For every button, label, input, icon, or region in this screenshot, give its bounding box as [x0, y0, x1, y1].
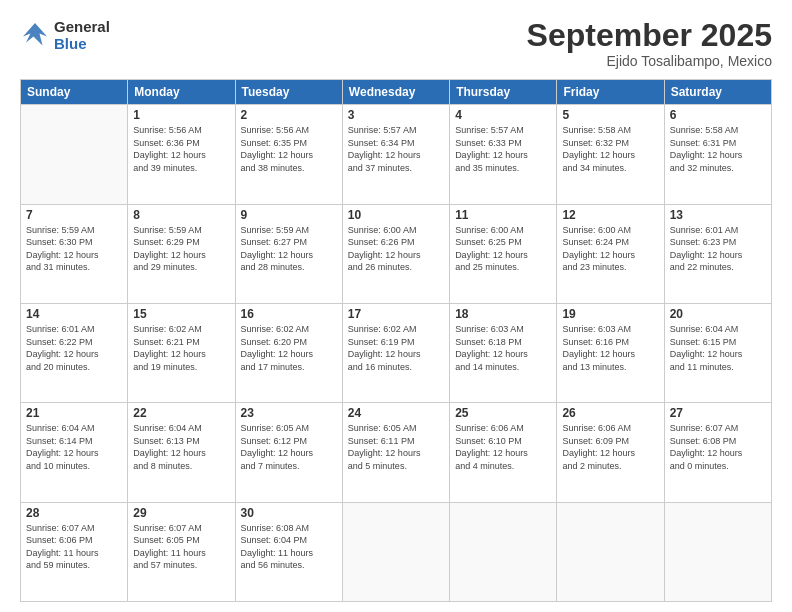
day-info: Sunrise: 6:07 AM Sunset: 6:06 PM Dayligh…: [26, 522, 122, 572]
day-number: 20: [670, 307, 766, 321]
calendar-table: SundayMondayTuesdayWednesdayThursdayFrid…: [20, 79, 772, 602]
day-info: Sunrise: 6:00 AM Sunset: 6:26 PM Dayligh…: [348, 224, 444, 274]
day-info: Sunrise: 5:59 AM Sunset: 6:30 PM Dayligh…: [26, 224, 122, 274]
page: General Blue September 2025 Ejido Tosali…: [0, 0, 792, 612]
calendar-week-0: 1Sunrise: 5:56 AM Sunset: 6:36 PM Daylig…: [21, 105, 772, 204]
weekday-header-friday: Friday: [557, 80, 664, 105]
day-info: Sunrise: 6:02 AM Sunset: 6:21 PM Dayligh…: [133, 323, 229, 373]
calendar-week-4: 28Sunrise: 6:07 AM Sunset: 6:06 PM Dayli…: [21, 502, 772, 601]
day-number: 25: [455, 406, 551, 420]
day-number: 26: [562, 406, 658, 420]
calendar-cell: [557, 502, 664, 601]
day-info: Sunrise: 5:57 AM Sunset: 6:34 PM Dayligh…: [348, 124, 444, 174]
day-info: Sunrise: 6:01 AM Sunset: 6:22 PM Dayligh…: [26, 323, 122, 373]
day-number: 23: [241, 406, 337, 420]
calendar-cell: 16Sunrise: 6:02 AM Sunset: 6:20 PM Dayli…: [235, 303, 342, 402]
calendar-cell: 26Sunrise: 6:06 AM Sunset: 6:09 PM Dayli…: [557, 403, 664, 502]
day-info: Sunrise: 6:00 AM Sunset: 6:24 PM Dayligh…: [562, 224, 658, 274]
calendar-cell: 8Sunrise: 5:59 AM Sunset: 6:29 PM Daylig…: [128, 204, 235, 303]
day-info: Sunrise: 5:58 AM Sunset: 6:32 PM Dayligh…: [562, 124, 658, 174]
day-info: Sunrise: 5:56 AM Sunset: 6:35 PM Dayligh…: [241, 124, 337, 174]
month-title: September 2025: [527, 18, 772, 53]
calendar-cell: 21Sunrise: 6:04 AM Sunset: 6:14 PM Dayli…: [21, 403, 128, 502]
calendar-cell: 6Sunrise: 5:58 AM Sunset: 6:31 PM Daylig…: [664, 105, 771, 204]
weekday-header-saturday: Saturday: [664, 80, 771, 105]
day-number: 16: [241, 307, 337, 321]
calendar-cell: 13Sunrise: 6:01 AM Sunset: 6:23 PM Dayli…: [664, 204, 771, 303]
calendar-cell: 2Sunrise: 5:56 AM Sunset: 6:35 PM Daylig…: [235, 105, 342, 204]
day-info: Sunrise: 6:04 AM Sunset: 6:14 PM Dayligh…: [26, 422, 122, 472]
day-number: 24: [348, 406, 444, 420]
day-number: 3: [348, 108, 444, 122]
day-info: Sunrise: 6:04 AM Sunset: 6:15 PM Dayligh…: [670, 323, 766, 373]
day-info: Sunrise: 6:05 AM Sunset: 6:11 PM Dayligh…: [348, 422, 444, 472]
day-number: 14: [26, 307, 122, 321]
calendar-cell: [450, 502, 557, 601]
day-number: 15: [133, 307, 229, 321]
calendar-cell: 20Sunrise: 6:04 AM Sunset: 6:15 PM Dayli…: [664, 303, 771, 402]
day-info: Sunrise: 5:56 AM Sunset: 6:36 PM Dayligh…: [133, 124, 229, 174]
day-info: Sunrise: 6:08 AM Sunset: 6:04 PM Dayligh…: [241, 522, 337, 572]
calendar-cell: 9Sunrise: 5:59 AM Sunset: 6:27 PM Daylig…: [235, 204, 342, 303]
calendar-cell: 22Sunrise: 6:04 AM Sunset: 6:13 PM Dayli…: [128, 403, 235, 502]
day-number: 10: [348, 208, 444, 222]
day-number: 1: [133, 108, 229, 122]
day-number: 2: [241, 108, 337, 122]
day-number: 8: [133, 208, 229, 222]
day-info: Sunrise: 6:01 AM Sunset: 6:23 PM Dayligh…: [670, 224, 766, 274]
calendar-cell: 27Sunrise: 6:07 AM Sunset: 6:08 PM Dayli…: [664, 403, 771, 502]
calendar-cell: 14Sunrise: 6:01 AM Sunset: 6:22 PM Dayli…: [21, 303, 128, 402]
calendar-cell: 5Sunrise: 5:58 AM Sunset: 6:32 PM Daylig…: [557, 105, 664, 204]
calendar-cell: 24Sunrise: 6:05 AM Sunset: 6:11 PM Dayli…: [342, 403, 449, 502]
day-info: Sunrise: 5:57 AM Sunset: 6:33 PM Dayligh…: [455, 124, 551, 174]
day-number: 22: [133, 406, 229, 420]
svg-marker-0: [23, 23, 47, 46]
day-info: Sunrise: 6:04 AM Sunset: 6:13 PM Dayligh…: [133, 422, 229, 472]
calendar-cell: 4Sunrise: 5:57 AM Sunset: 6:33 PM Daylig…: [450, 105, 557, 204]
calendar-cell: 7Sunrise: 5:59 AM Sunset: 6:30 PM Daylig…: [21, 204, 128, 303]
calendar-cell: 3Sunrise: 5:57 AM Sunset: 6:34 PM Daylig…: [342, 105, 449, 204]
day-info: Sunrise: 5:59 AM Sunset: 6:29 PM Dayligh…: [133, 224, 229, 274]
calendar-cell: 25Sunrise: 6:06 AM Sunset: 6:10 PM Dayli…: [450, 403, 557, 502]
title-block: September 2025 Ejido Tosalibampo, Mexico: [527, 18, 772, 69]
calendar-week-3: 21Sunrise: 6:04 AM Sunset: 6:14 PM Dayli…: [21, 403, 772, 502]
calendar-cell: 29Sunrise: 6:07 AM Sunset: 6:05 PM Dayli…: [128, 502, 235, 601]
day-number: 29: [133, 506, 229, 520]
logo: General Blue: [20, 18, 110, 53]
day-info: Sunrise: 6:02 AM Sunset: 6:20 PM Dayligh…: [241, 323, 337, 373]
calendar-cell: 23Sunrise: 6:05 AM Sunset: 6:12 PM Dayli…: [235, 403, 342, 502]
day-number: 17: [348, 307, 444, 321]
header: General Blue September 2025 Ejido Tosali…: [20, 18, 772, 69]
calendar-week-1: 7Sunrise: 5:59 AM Sunset: 6:30 PM Daylig…: [21, 204, 772, 303]
logo-text: General Blue: [54, 18, 110, 53]
day-number: 7: [26, 208, 122, 222]
calendar-week-2: 14Sunrise: 6:01 AM Sunset: 6:22 PM Dayli…: [21, 303, 772, 402]
calendar-header-row: SundayMondayTuesdayWednesdayThursdayFrid…: [21, 80, 772, 105]
day-number: 19: [562, 307, 658, 321]
calendar-cell: 28Sunrise: 6:07 AM Sunset: 6:06 PM Dayli…: [21, 502, 128, 601]
logo-bird-icon: [20, 20, 50, 50]
calendar-cell: 17Sunrise: 6:02 AM Sunset: 6:19 PM Dayli…: [342, 303, 449, 402]
day-number: 5: [562, 108, 658, 122]
day-info: Sunrise: 5:59 AM Sunset: 6:27 PM Dayligh…: [241, 224, 337, 274]
calendar-cell: [342, 502, 449, 601]
calendar-cell: [21, 105, 128, 204]
day-info: Sunrise: 6:00 AM Sunset: 6:25 PM Dayligh…: [455, 224, 551, 274]
day-info: Sunrise: 6:03 AM Sunset: 6:18 PM Dayligh…: [455, 323, 551, 373]
weekday-header-wednesday: Wednesday: [342, 80, 449, 105]
day-info: Sunrise: 6:07 AM Sunset: 6:08 PM Dayligh…: [670, 422, 766, 472]
calendar-cell: 11Sunrise: 6:00 AM Sunset: 6:25 PM Dayli…: [450, 204, 557, 303]
day-number: 27: [670, 406, 766, 420]
day-info: Sunrise: 6:05 AM Sunset: 6:12 PM Dayligh…: [241, 422, 337, 472]
weekday-header-thursday: Thursday: [450, 80, 557, 105]
calendar-cell: [664, 502, 771, 601]
calendar-cell: 1Sunrise: 5:56 AM Sunset: 6:36 PM Daylig…: [128, 105, 235, 204]
calendar-cell: 12Sunrise: 6:00 AM Sunset: 6:24 PM Dayli…: [557, 204, 664, 303]
day-info: Sunrise: 6:02 AM Sunset: 6:19 PM Dayligh…: [348, 323, 444, 373]
day-number: 13: [670, 208, 766, 222]
day-number: 9: [241, 208, 337, 222]
weekday-header-sunday: Sunday: [21, 80, 128, 105]
day-number: 11: [455, 208, 551, 222]
day-number: 12: [562, 208, 658, 222]
day-number: 4: [455, 108, 551, 122]
